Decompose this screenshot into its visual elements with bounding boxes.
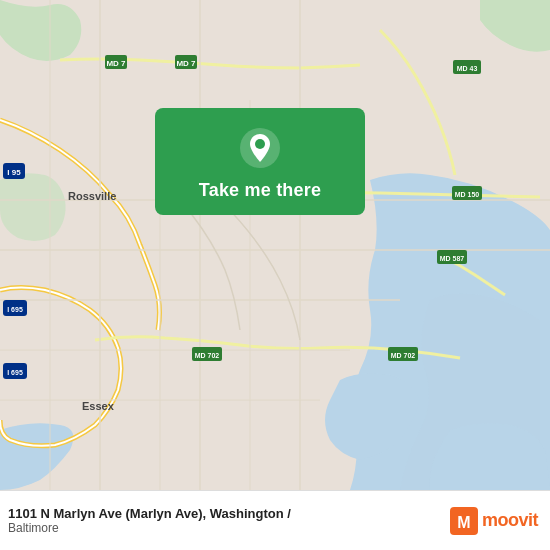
svg-text:Rossville: Rossville [68, 190, 116, 202]
svg-text:Essex: Essex [82, 400, 115, 412]
take-me-there-label: Take me there [199, 180, 321, 201]
svg-text:MD 702: MD 702 [195, 352, 220, 359]
moovit-icon: M [450, 507, 478, 535]
address-block: 1101 N Marlyn Ave (Marlyn Ave), Washingt… [8, 506, 291, 535]
map-background: I 95 I 695 I 695 MD 7 MD 7 MD 150 MD 43 … [0, 0, 550, 490]
map-container: I 95 I 695 I 695 MD 7 MD 7 MD 150 MD 43 … [0, 0, 550, 490]
location-pin-icon [238, 126, 282, 170]
svg-text:M: M [457, 514, 470, 531]
info-bar: 1101 N Marlyn Ave (Marlyn Ave), Washingt… [0, 490, 550, 550]
svg-text:MD 702: MD 702 [391, 352, 416, 359]
svg-text:I 695: I 695 [7, 369, 23, 376]
svg-point-36 [255, 139, 265, 149]
address-line2: Baltimore [8, 521, 291, 535]
address-line1: 1101 N Marlyn Ave (Marlyn Ave), Washingt… [8, 506, 291, 521]
svg-text:I 695: I 695 [7, 306, 23, 313]
svg-text:I 95: I 95 [7, 168, 21, 177]
moovit-logo: M moovit [450, 507, 538, 535]
take-me-there-button[interactable]: Take me there [155, 108, 365, 215]
svg-text:MD 150: MD 150 [455, 191, 480, 198]
svg-text:MD 43: MD 43 [457, 65, 478, 72]
moovit-text: moovit [482, 510, 538, 531]
svg-text:MD 7: MD 7 [106, 59, 126, 68]
svg-text:MD 7: MD 7 [176, 59, 196, 68]
svg-text:MD 587: MD 587 [440, 255, 465, 262]
